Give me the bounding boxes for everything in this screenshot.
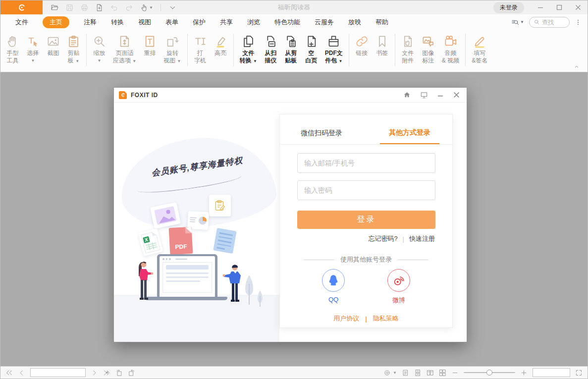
menu-tab-注释[interactable]: 注释 xyxy=(84,18,97,27)
pages-facing-icon xyxy=(427,369,434,377)
qat-new-page-button[interactable] xyxy=(95,3,104,12)
zoom-slider[interactable] xyxy=(464,369,515,377)
menu-tab-文件[interactable]: 文件 xyxy=(15,18,28,27)
ribbon-fit-page-button[interactable]: 页面适应选项 ▼ xyxy=(109,33,140,65)
single-page-view-button[interactable] xyxy=(402,369,409,377)
tab-other-login[interactable]: 其他方式登录 xyxy=(380,128,439,144)
ribbon-separator xyxy=(395,34,395,66)
ribbon-scanner-button[interactable]: 从扫描仪 xyxy=(261,33,281,65)
menu-tab-特色功能[interactable]: 特色功能 xyxy=(274,18,300,27)
zoom-level-combo[interactable]: ▼ xyxy=(533,368,570,377)
qat-save-button[interactable] xyxy=(65,3,74,12)
tab-wechat-login[interactable]: 微信扫码登录 xyxy=(301,129,342,144)
password-field[interactable] xyxy=(297,180,435,200)
login-button[interactable]: 登录 xyxy=(297,211,435,229)
ribbon-highlighter-button[interactable]: 高亮 xyxy=(211,33,231,65)
app-window: ▼ 福昕阅读器 未登录 文件主页注释转换视图表单保护共享浏览特色功能云服务放映帮… xyxy=(0,0,588,379)
view-mode-eye-button[interactable] xyxy=(383,369,391,377)
collapse-ribbon-button[interactable] xyxy=(574,64,580,70)
user-agreement-link[interactable]: 用户协议 xyxy=(333,314,359,323)
foxit-logo[interactable] xyxy=(0,0,43,14)
ribbon-blank-page-button[interactable]: 空白页 xyxy=(301,33,321,65)
menu-tab-浏览[interactable]: 浏览 xyxy=(247,18,260,27)
qq-login-button[interactable]: QQ xyxy=(322,269,345,303)
zoom-in-button[interactable] xyxy=(520,369,528,377)
next-page-button[interactable] xyxy=(91,369,98,377)
ribbon-group: 打字机高亮 xyxy=(190,33,231,65)
qat-redo-button[interactable] xyxy=(125,3,133,12)
ribbon-group: 链接书签 xyxy=(352,33,392,57)
qat-hand-pointer-button[interactable]: ▼ xyxy=(140,3,153,12)
monitor-icon[interactable] xyxy=(420,91,428,99)
menu-tab-保护[interactable]: 保护 xyxy=(193,18,206,27)
select-cursor-icon xyxy=(26,35,40,48)
ribbon-convert-button[interactable]: 文件转换 ▼ xyxy=(236,33,261,65)
forgot-password-link[interactable]: 忘记密码? xyxy=(368,234,397,243)
advanced-search-button[interactable]: ▼ xyxy=(511,18,524,26)
minimize-button[interactable] xyxy=(531,0,550,14)
facing-view-button[interactable] xyxy=(427,369,434,377)
close-button[interactable] xyxy=(569,0,588,14)
find-input[interactable] xyxy=(542,19,565,26)
rotate-left-button[interactable] xyxy=(115,369,123,377)
qat-print-button[interactable] xyxy=(80,3,89,12)
prev-page-button[interactable] xyxy=(18,369,25,377)
fullscreen-button[interactable] xyxy=(575,369,583,377)
ribbon-separator xyxy=(187,34,188,66)
maximize-button[interactable] xyxy=(550,0,569,14)
dialog-close-icon[interactable] xyxy=(453,92,460,98)
page-number-combo[interactable]: ▼ xyxy=(30,368,86,377)
continuous-view-button[interactable] xyxy=(414,369,422,377)
ribbon-bookmark-button[interactable]: 书签 xyxy=(372,33,392,57)
zoom-out-button[interactable] xyxy=(451,369,459,377)
menu-tab-表单[interactable]: 表单 xyxy=(165,18,178,27)
ribbon-button-label: 文件附件 xyxy=(402,50,414,64)
home-icon[interactable] xyxy=(403,91,411,99)
menu-tab-云服务[interactable]: 云服务 xyxy=(315,18,334,27)
continuous-facing-view-button[interactable] xyxy=(439,369,446,377)
first-page-button[interactable] xyxy=(5,369,13,377)
woman-figure xyxy=(135,259,154,310)
ribbon-fill-sign-button[interactable]: 填写&签名 xyxy=(468,33,491,65)
ribbon-from-clipboard-button[interactable]: 从剪贴板 xyxy=(281,33,301,65)
qat-chevron-down-button[interactable] xyxy=(168,3,177,12)
ribbon-zoom-plus-button[interactable]: 缩放▼ xyxy=(89,33,109,65)
ribbon-portfolio-button[interactable]: PDF文件包 ▼ xyxy=(321,33,346,65)
more-options-icon[interactable] xyxy=(575,19,582,26)
ribbon-image-annot-button[interactable]: 图像标注 xyxy=(418,33,438,65)
weibo-login-button[interactable]: 微博 xyxy=(387,269,410,305)
ribbon-button-label: PDF文件包 ▼ xyxy=(325,50,343,65)
ribbon-typewriter-button[interactable]: 打字机 xyxy=(190,33,211,65)
ribbon-snapshot-button[interactable]: 截图 xyxy=(43,33,63,65)
foxit-id-logo-icon xyxy=(119,91,127,99)
search-lines-icon xyxy=(511,18,519,26)
ribbon-link-button[interactable]: 链接 xyxy=(352,33,372,57)
menu-tab-放映[interactable]: 放映 xyxy=(348,18,361,27)
ribbon-attach-button[interactable]: 文件附件 xyxy=(398,33,418,65)
ribbon-hand-tool-button[interactable]: 手型工具 xyxy=(2,33,23,65)
privacy-policy-link[interactable]: 隐私策略 xyxy=(373,314,399,323)
menu-tab-帮助[interactable]: 帮助 xyxy=(375,18,388,27)
login-status-badge[interactable]: 未登录 xyxy=(493,2,524,13)
eye-icon xyxy=(383,369,391,377)
ribbon-reflow-button[interactable]: 重排 xyxy=(140,33,160,65)
ribbon-select-cursor-button[interactable]: 选择▼ xyxy=(23,33,43,65)
ribbon-rotate-view-button[interactable]: 旋转视图 ▼ xyxy=(160,33,184,65)
email-field[interactable] xyxy=(297,153,435,173)
rotate-right-button[interactable] xyxy=(128,369,135,377)
ribbon-clipboard-button[interactable]: 剪贴板 ▼ xyxy=(63,33,84,65)
blank-page-icon xyxy=(305,35,318,48)
qat-undo-button[interactable] xyxy=(110,3,118,12)
redo-icon xyxy=(125,3,133,12)
menu-tab-视图[interactable]: 视图 xyxy=(138,18,151,27)
dialog-minimize-icon[interactable] xyxy=(437,92,444,98)
last-page-button[interactable] xyxy=(103,369,110,377)
qat-folder-open-button[interactable] xyxy=(51,3,59,12)
ribbon-button-label: 从扫描仪 xyxy=(265,50,276,64)
ribbon-video-button[interactable]: 音频& 视频 xyxy=(438,33,463,65)
menu-tab-转换[interactable]: 转换 xyxy=(111,18,124,27)
menu-tab-共享[interactable]: 共享 xyxy=(220,18,233,27)
quick-register-link[interactable]: 快速注册 xyxy=(409,234,435,243)
zoom-slider-knob[interactable] xyxy=(486,370,492,376)
menu-tab-主页[interactable]: 主页 xyxy=(43,16,69,28)
